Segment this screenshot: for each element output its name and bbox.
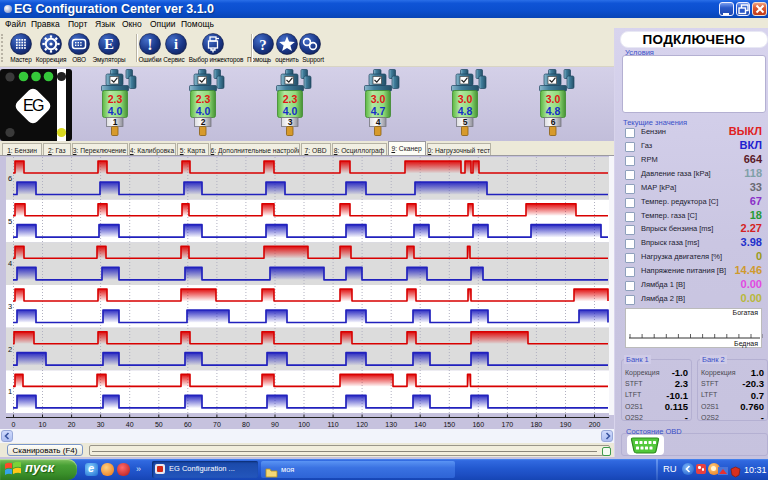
svg-text:170: 170 <box>502 421 514 428</box>
svg-text:140: 140 <box>414 421 426 428</box>
svg-text:?: ? <box>259 37 267 53</box>
svg-text:3.0: 3.0 <box>546 93 561 105</box>
svg-text:80: 80 <box>242 421 250 428</box>
svg-text:4.0: 4.0 <box>196 105 211 117</box>
svg-text:i: i <box>174 36 178 52</box>
svg-text:4: 4 <box>8 259 12 268</box>
svg-text:150: 150 <box>443 421 455 428</box>
svg-text:4.7: 4.7 <box>371 105 386 117</box>
svg-text:120: 120 <box>356 421 368 428</box>
svg-text:180: 180 <box>531 421 543 428</box>
svg-text:3.0: 3.0 <box>458 93 473 105</box>
svg-text:2.3: 2.3 <box>108 93 123 105</box>
svg-text:2: 2 <box>201 117 206 127</box>
svg-text:2: 2 <box>8 345 12 354</box>
svg-text:E: E <box>104 36 114 52</box>
svg-text:4.8: 4.8 <box>458 105 473 117</box>
svg-text:3.0: 3.0 <box>371 93 386 105</box>
svg-text:4.0: 4.0 <box>108 105 123 117</box>
svg-text:190: 190 <box>560 421 572 428</box>
svg-text:50: 50 <box>155 421 163 428</box>
svg-text:110: 110 <box>328 421 339 428</box>
svg-text:130: 130 <box>385 421 397 428</box>
svg-text:0: 0 <box>12 421 16 428</box>
svg-text:200: 200 <box>589 421 601 428</box>
svg-text:4.0: 4.0 <box>283 105 298 117</box>
svg-text:3: 3 <box>288 117 293 127</box>
svg-text:5: 5 <box>8 217 12 226</box>
svg-text:6: 6 <box>551 117 556 127</box>
svg-text:70: 70 <box>213 421 221 428</box>
svg-text:4.8: 4.8 <box>546 105 561 117</box>
svg-text:100: 100 <box>298 421 310 428</box>
svg-text:5: 5 <box>463 117 468 127</box>
svg-text:2.3: 2.3 <box>283 93 298 105</box>
svg-text:90: 90 <box>271 421 279 428</box>
svg-text:!: ! <box>147 36 152 53</box>
svg-text:10: 10 <box>39 421 47 428</box>
svg-text:1: 1 <box>8 387 12 396</box>
svg-text:6: 6 <box>8 174 12 183</box>
svg-text:60: 60 <box>184 421 192 428</box>
svg-text:3: 3 <box>8 302 12 311</box>
svg-text:160: 160 <box>472 421 484 428</box>
svg-text:40: 40 <box>126 421 134 428</box>
svg-text:1: 1 <box>113 117 118 127</box>
svg-text:EG: EG <box>23 97 44 114</box>
svg-text:20: 20 <box>68 421 76 428</box>
svg-text:2.3: 2.3 <box>196 93 211 105</box>
svg-text:30: 30 <box>97 421 105 428</box>
svg-text:4: 4 <box>376 117 381 127</box>
